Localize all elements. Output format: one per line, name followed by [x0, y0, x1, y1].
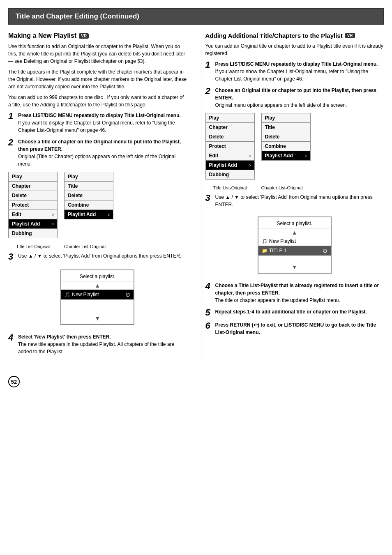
right-intro: You can add an Original title or chapter… — [205, 42, 384, 57]
right-ch-play: Play — [261, 113, 311, 123]
left-menu-dubbing: Dubbing — [8, 229, 58, 238]
right-menu-area: Play Chapter Delete Protect Edit › Playl… — [205, 113, 384, 180]
left-ch-playlistadd: Playlist Add › — [64, 210, 113, 219]
footer: 52 — [8, 368, 384, 387]
right-step-2: 2 Choose an Original title or chapter to… — [205, 87, 384, 109]
left-menu-labels: Title List-Original Chapter List-Origina… — [8, 242, 187, 249]
right-step-1: 1 Press LIST/DISC MENU repeatedly to dis… — [205, 60, 384, 83]
left-chapter-label: Chapter List-Original — [64, 244, 106, 249]
left-intro-2: The title appears in the Playlist comple… — [8, 68, 187, 90]
right-ch-playlistadd: Playlist Add › — [261, 151, 311, 161]
right-playlist-select-box: Select a playlist. ▲ 🎵 New Playlist 📁 TI… — [258, 216, 332, 274]
left-menu-chapter: Chapter — [8, 182, 58, 191]
vr-badge-right: VR — [345, 33, 355, 38]
left-ch-title: Title — [64, 182, 113, 191]
right-step-5: 5 Repeat steps 1-4 to add additional tit… — [205, 308, 384, 317]
left-menu-playlistadd: Playlist Add › — [8, 219, 58, 229]
right-step-4: 4 Choose a Title List-Playlist that is a… — [205, 282, 384, 304]
right-menu-playlistadd: Playlist Add › — [205, 161, 255, 170]
left-playlist-up-arrow: ▲ — [61, 281, 134, 290]
left-ch-delete: Delete — [64, 191, 113, 200]
left-ch-combine: Combine — [64, 200, 113, 210]
left-new-playlist-item: 🎵 New Playlist ⊙ — [61, 290, 134, 299]
right-menu-chapter: Chapter — [205, 123, 255, 132]
left-menu-play: Play — [8, 172, 58, 182]
left-section-title: Making a New Playlist VR — [8, 32, 187, 39]
right-playlist-select-title: Select a playlist. — [258, 219, 331, 228]
right-ch-delete: Delete — [261, 132, 311, 142]
right-menu-edit: Edit › — [205, 151, 255, 161]
page-number: 52 — [8, 376, 20, 387]
right-ch-title: Title — [261, 123, 311, 132]
right-chapter-menu: Play Title Delete Combine Playlist Add › — [261, 113, 311, 180]
right-step-3: 3 Use ▲ / ▼ to select 'Playlist Add' fro… — [205, 193, 384, 208]
right-title-label: Title List-Original — [205, 185, 255, 190]
left-title-label: Title List-Original — [8, 244, 58, 249]
left-column: Making a New Playlist VR Use this functi… — [8, 32, 191, 359]
right-menu-dubbing: Dubbing — [205, 170, 255, 180]
left-menu-protect: Protect — [8, 200, 58, 210]
right-column: Adding Additional Title/Chapters to the … — [201, 32, 384, 359]
right-menu-labels: Title List-Original Chapter List-Origina… — [205, 184, 384, 190]
right-playlist-up-arrow: ▲ — [258, 228, 331, 237]
right-playlist-select-wrapper: Select a playlist. ▲ 🎵 New Playlist 📁 TI… — [205, 212, 384, 278]
left-menu-delete: Delete — [8, 191, 58, 200]
left-menu-edit: Edit › — [8, 210, 58, 219]
left-intro-3: You can add up to 999 chapters to one di… — [8, 94, 187, 108]
page-title: Title and Chapter Editing (Continued) — [16, 12, 139, 20]
right-menu-delete: Delete — [205, 132, 255, 142]
left-ch-play: Play — [64, 172, 113, 182]
left-playlist-select-title: Select a playlist. — [61, 272, 134, 281]
left-intro-1: Use this function to add an Original tit… — [8, 43, 187, 65]
right-menu-play: Play — [205, 113, 255, 123]
right-section-title: Adding Additional Title/Chapters to the … — [205, 32, 384, 39]
right-playlist-icon: 🎵 — [262, 239, 267, 244]
playlist-icon: 🎵 — [65, 292, 70, 297]
right-new-playlist-item: 🎵 New Playlist — [258, 237, 331, 246]
left-step-3: 3 Use ▲ / ▼ to select 'Playlist Add' fro… — [8, 252, 187, 261]
left-menu-area: Play Chapter Delete Protect Edit › Playl… — [8, 172, 187, 238]
right-ch-combine: Combine — [261, 142, 311, 151]
left-step-1: 1 Press LIST/DISC MENU repeatedly to dis… — [8, 112, 187, 134]
right-title-menu: Play Chapter Delete Protect Edit › Playl… — [205, 113, 255, 180]
left-chapter-menu: Play Title Delete Combine Playlist Add › — [64, 172, 113, 238]
left-step-2: 2 Choose a title or chapter on the Origi… — [8, 138, 187, 168]
right-menu-protect: Protect — [205, 142, 255, 151]
vr-badge-left: VR — [79, 33, 89, 39]
left-step-4: 4 Select 'New Playlist' then press ENTER… — [8, 333, 187, 355]
left-playlist-select-wrapper: Select a playlist. ▲ 🎵 New Playlist ⊙ ▼ — [8, 265, 187, 329]
left-playlist-select-box: Select a playlist. ▲ 🎵 New Playlist ⊙ ▼ — [60, 269, 134, 325]
page-title-bar: Title and Chapter Editing (Continued) — [8, 8, 384, 25]
left-title-menu: Play Chapter Delete Protect Edit › Playl… — [8, 172, 58, 238]
left-playlist-down-arrow: ▼ — [61, 314, 134, 322]
right-chapter-label: Chapter List-Original — [261, 185, 303, 190]
right-step-6: 6 Press RETURN (↩) to exit, or LIST/DISC… — [205, 321, 384, 336]
right-title1-item: 📁 TITLE 1 ⊙ — [258, 246, 331, 256]
right-playlist-down-arrow: ▼ — [258, 263, 331, 271]
